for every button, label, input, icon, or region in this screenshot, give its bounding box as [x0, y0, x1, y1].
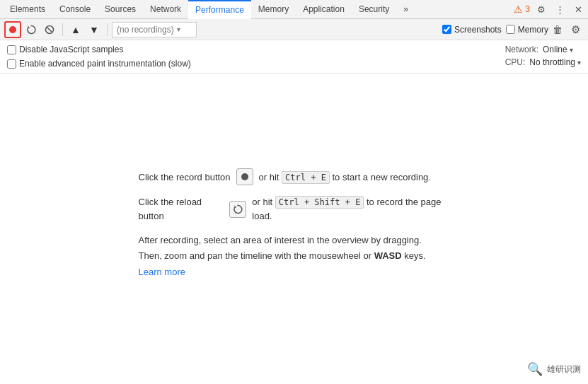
memory-label: Memory: [518, 25, 548, 35]
instructions-panel: Click the record button or hit Ctrl + E …: [139, 168, 450, 279]
toolbar-divider-1: [62, 23, 63, 36]
reload-suffix-text: or hit Ctrl + Shift + E to record the pa…: [252, 195, 449, 223]
tab-elements[interactable]: Elements: [3, 0, 52, 19]
reload-prefix-text: Click the reload button: [139, 195, 224, 223]
disable-js-samples-text: Disable JavaScript samples: [19, 45, 123, 54]
more-options-btn[interactable]: ⋮: [553, 2, 567, 16]
cpu-option-value: No throttling: [529, 57, 575, 67]
network-dropdown[interactable]: Online ▾: [543, 45, 573, 54]
record-suffix-text: or hit Ctrl + E to start a new recording…: [259, 170, 431, 185]
tab-security[interactable]: Security: [352, 0, 396, 19]
options-left: Disable JavaScript samples Enable advanc…: [7, 45, 191, 69]
download-button[interactable]: ▼: [86, 21, 103, 38]
tab-performance[interactable]: Performance: [188, 0, 251, 19]
reload-button-icon: [229, 201, 246, 218]
record-dot-icon: [241, 173, 248, 180]
toolbar: ▲ ▼ (no recordings) ▾ Screenshots Memory…: [0, 19, 588, 40]
screenshots-checkbox-label[interactable]: Screenshots: [442, 25, 502, 35]
ctrl-shift-e-kbd: Ctrl + Shift + E: [275, 196, 364, 209]
options-right: Network: Online ▾ CPU: No throttling ▾: [505, 45, 581, 67]
tab-application[interactable]: Application: [296, 0, 352, 19]
warning-count: 3: [525, 4, 530, 14]
memory-checkbox-label[interactable]: Memory: [506, 25, 548, 35]
clear-button[interactable]: [41, 21, 58, 38]
dock-btn[interactable]: ✕: [571, 2, 585, 16]
tab-overflow[interactable]: »: [396, 0, 415, 19]
tab-console[interactable]: Console: [52, 0, 98, 19]
warning-icon: ⚠: [514, 4, 523, 15]
tab-network[interactable]: Network: [143, 0, 188, 19]
recordings-dropdown[interactable]: (no recordings) ▾: [112, 22, 197, 37]
screenshots-checkbox[interactable]: [442, 25, 451, 34]
cpu-option-row: CPU: No throttling ▾: [505, 57, 581, 67]
wasd-text: WASD: [374, 250, 402, 261]
after-line2-prefix: Then, zoom and pan the timeline with the…: [139, 250, 426, 261]
record-button-icon: [236, 168, 253, 185]
toolbar-right: Screenshots Memory 🗑 ⚙: [442, 21, 584, 38]
disable-js-samples-label[interactable]: Disable JavaScript samples: [7, 45, 191, 54]
record-prefix-text: Click the record button: [139, 170, 231, 185]
svg-marker-2: [235, 205, 237, 207]
trash-button[interactable]: 🗑: [553, 24, 563, 35]
record-circle-icon: [9, 26, 16, 33]
record-instruction-row: Click the record button or hit Ctrl + E …: [139, 168, 450, 185]
disable-js-samples-checkbox[interactable]: [7, 45, 16, 54]
enable-advanced-paint-text: Enable advanced paint instrumentation (s…: [19, 59, 191, 69]
reload-record-button[interactable]: [23, 21, 40, 38]
options-bar: Disable JavaScript samples Enable advanc…: [0, 40, 588, 74]
clear-icon: [45, 25, 54, 35]
memory-checkbox[interactable]: [506, 25, 515, 34]
ctrl-e-kbd: Ctrl + E: [282, 171, 330, 184]
enable-advanced-paint-checkbox[interactable]: [7, 59, 16, 69]
tab-bar-actions: ⚠ 3 ⚙ ⋮ ✕: [514, 2, 585, 16]
record-button[interactable]: [4, 21, 21, 38]
watermark-text: 雄研识测: [547, 363, 581, 376]
tab-memory[interactable]: Memory: [251, 0, 296, 19]
recordings-dropdown-arrow: ▾: [177, 25, 180, 33]
cpu-dropdown[interactable]: No throttling ▾: [529, 57, 581, 67]
cpu-option-label: CPU:: [505, 57, 526, 67]
network-dropdown-arrow: ▾: [570, 46, 573, 54]
upload-button[interactable]: ▲: [67, 21, 84, 38]
watermark-icon: 🔍: [527, 361, 543, 377]
toolbar-divider-2: [107, 23, 108, 36]
tab-sources[interactable]: Sources: [98, 0, 143, 19]
recordings-label: (no recordings): [117, 25, 174, 35]
screenshots-label: Screenshots: [454, 25, 502, 35]
reload-icon: [233, 204, 243, 214]
main-content: Click the record button or hit Ctrl + E …: [0, 74, 588, 375]
network-option-row: Network: Online ▾: [505, 45, 581, 54]
watermark: 🔍 雄研识测: [527, 361, 581, 377]
network-option-value: Online: [543, 45, 567, 54]
svg-line-1: [47, 28, 52, 32]
enable-advanced-paint-label[interactable]: Enable advanced paint instrumentation (s…: [7, 59, 191, 69]
tab-bar: Elements Console Sources Network Perform…: [0, 0, 588, 19]
network-option-label: Network:: [505, 45, 538, 54]
capture-settings-button[interactable]: ⚙: [567, 21, 584, 38]
after-line1: After recording, select an area of inter…: [139, 235, 422, 245]
settings-icon-btn[interactable]: ⚙: [534, 2, 548, 16]
after-recording-text: After recording, select an area of inter…: [139, 233, 450, 279]
reload-instruction-row: Click the reload button or hit Ctrl + Sh…: [139, 195, 450, 223]
learn-more-link[interactable]: Learn more: [139, 267, 185, 277]
cpu-dropdown-arrow: ▾: [577, 59, 581, 66]
warning-badge: ⚠ 3: [514, 4, 530, 15]
reload-record-icon: [26, 25, 36, 35]
